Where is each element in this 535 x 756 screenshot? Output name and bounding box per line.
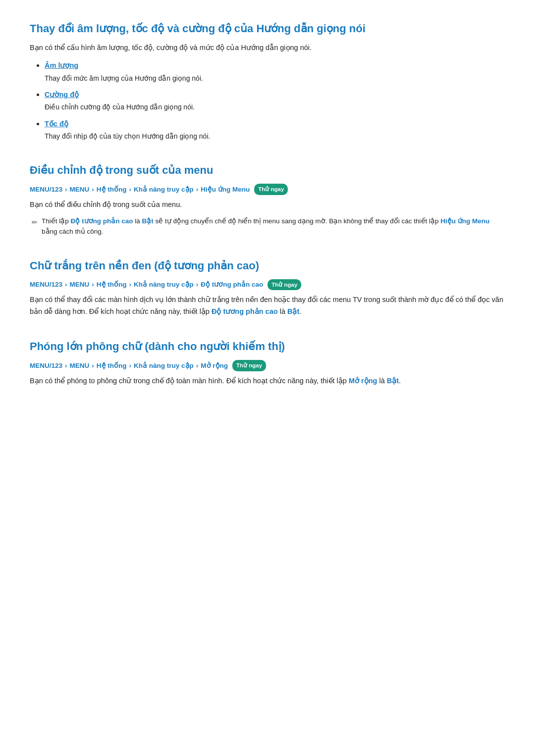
desc3-part3: Bật [287, 307, 299, 315]
section-title-3: Chữ trắng trên nền đen (độ tương phản ca… [30, 257, 505, 274]
section-desc-3: Bạn có thể thay đổi các màn hình dịch vụ… [30, 294, 505, 318]
breadcrumb-4-system: Hệ thống [97, 360, 127, 371]
page-content: Thay đổi âm lượng, tốc độ và cường độ củ… [30, 20, 505, 387]
bullet-item-speed: Tốc độ Thay đổi nhịp độ của tùy chọn Hướ… [45, 118, 505, 142]
note-block-2: ✏ Thiết lập Độ tương phản cao là Bật sẽ … [32, 216, 505, 237]
section-desc-4: Bạn có thể phóng to phông chữ trong chế … [30, 375, 505, 387]
section-font-zoom: Phóng lớn phông chữ (dành cho người khiế… [30, 338, 505, 387]
bullet-desc-speed: Thay đổi nhịp độ của tùy chọn Hướng dẫn … [45, 131, 505, 142]
note-mid2: sẽ tự động chuyển chế độ hiển thị menu s… [154, 217, 441, 225]
desc3-part1: Độ tương phản cao [212, 307, 278, 315]
section-title-1: Thay đổi âm lượng, tốc độ và cường độ củ… [30, 20, 505, 37]
breadcrumb-3-menu123: MENU/123 [30, 279, 62, 290]
breadcrumb-4: MENU/123 › MENU › Hệ thống › Khả năng tr… [30, 360, 505, 371]
breadcrumb-3-contrast: Độ tương phản cao [201, 279, 263, 290]
note-bold2: Bật [142, 217, 154, 225]
breadcrumb-menu123: MENU/123 [30, 184, 62, 195]
breadcrumb-menu-effect: Hiệu ứng Menu [201, 184, 250, 195]
bullet-desc-volume: Thay đổi mức âm lượng của Hướng dẫn giọn… [45, 73, 505, 84]
desc4-part2: là [377, 377, 386, 385]
breadcrumb-3-accessibility: Khả năng truy cập [134, 279, 194, 290]
note-text-before: Thiết lập [42, 217, 71, 225]
note-end: bằng cách thủ công. [42, 228, 104, 235]
desc4-part1: Mở rộng [349, 377, 377, 385]
desc4-part0: Bạn có thể phóng to phông chữ trong chế … [30, 377, 349, 385]
section-menu-transparency: Điều chỉnh độ trong suốt của menu MENU/1… [30, 161, 505, 237]
bullet-list-1: Âm lượng Thay đổi mức âm lượng của Hướng… [30, 59, 505, 142]
section-title-2: Điều chỉnh độ trong suốt của menu [30, 161, 505, 179]
try-now-badge-2[interactable]: Thử ngay [254, 184, 288, 195]
breadcrumb-system: Hệ thống [97, 184, 127, 195]
desc3-part2: là [278, 307, 287, 315]
bullet-label-volume[interactable]: Âm lượng [45, 61, 78, 69]
section-desc-1: Bạn có thể cấu hình âm lượng, tốc độ, cư… [30, 42, 505, 53]
desc4-part4: . [399, 377, 401, 385]
bullet-item-volume: Âm lượng Thay đổi mức âm lượng của Hướng… [45, 59, 505, 84]
desc4-part3: Bật [387, 377, 399, 385]
note-bold3: Hiệu ứng Menu [440, 217, 489, 225]
desc3-part4: . [299, 307, 301, 315]
bullet-item-intensity: Cường độ Điều chỉnh cường độ của Hướng d… [45, 89, 505, 113]
section-voice-guide: Thay đổi âm lượng, tốc độ và cường độ củ… [30, 20, 505, 142]
pencil-icon: ✏ [32, 217, 38, 228]
bullet-label-intensity[interactable]: Cường độ [45, 91, 79, 99]
section-high-contrast: Chữ trắng trên nền đen (độ tương phản ca… [30, 257, 505, 318]
bullet-desc-intensity: Điều chỉnh cường độ của Hướng dẫn giọng … [45, 101, 505, 112]
breadcrumb-4-expand: Mở rộng [201, 360, 228, 371]
try-now-badge-3[interactable]: Thử ngay [268, 279, 301, 290]
breadcrumb-4-menu: MENU [70, 360, 90, 371]
note-bold1: Độ tương phản cao [71, 217, 133, 225]
breadcrumb-4-accessibility: Khả năng truy cập [134, 360, 194, 371]
breadcrumb-3-menu: MENU [70, 279, 90, 290]
breadcrumb-menu: MENU [70, 184, 90, 195]
breadcrumb-3: MENU/123 › MENU › Hệ thống › Khả năng tr… [30, 279, 505, 290]
section-title-4: Phóng lớn phông chữ (dành cho người khiế… [30, 338, 505, 355]
section-desc-2: Bạn có thể điều chỉnh độ trong suốt của … [30, 199, 505, 210]
breadcrumb-3-system: Hệ thống [97, 279, 127, 290]
note-mid1: là [133, 217, 142, 225]
breadcrumb-accessibility: Khả năng truy cập [134, 184, 194, 195]
breadcrumb-2: MENU/123 › MENU › Hệ thống › Khả năng tr… [30, 184, 505, 195]
bullet-label-speed[interactable]: Tốc độ [45, 120, 68, 128]
breadcrumb-4-menu123: MENU/123 [30, 360, 62, 371]
note-text-2: Thiết lập Độ tương phản cao là Bật sẽ tự… [42, 216, 505, 237]
try-now-badge-4[interactable]: Thử ngay [232, 360, 266, 371]
